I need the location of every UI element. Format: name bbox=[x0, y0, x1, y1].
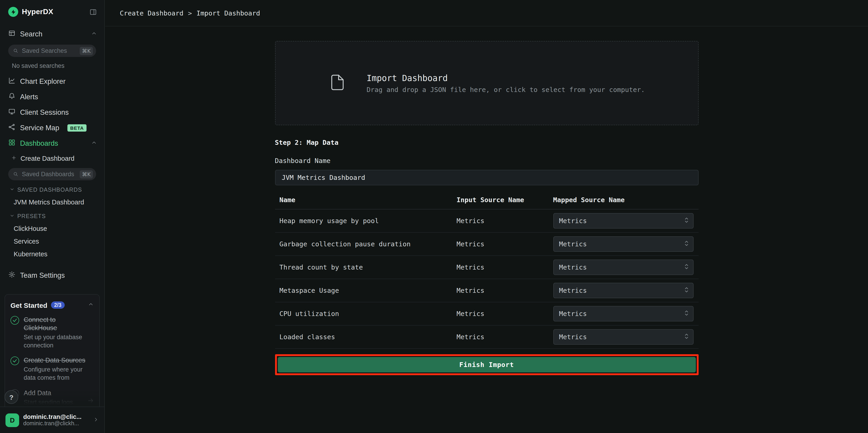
create-dashboard-button[interactable]: Create Dashboard bbox=[0, 151, 104, 165]
dashboard-name-label: Dashboard Name bbox=[275, 157, 699, 164]
dropzone-text: Import Dashboard Drag and drop a JSON fi… bbox=[367, 73, 645, 93]
select-value: Metrics bbox=[559, 287, 587, 294]
sidebar-item-team-settings[interactable]: Team Settings bbox=[0, 268, 104, 283]
mapped-source-select[interactable]: Metrics bbox=[553, 259, 693, 275]
get-started-item-connect[interactable]: Connect to ClickHouse Set up your databa… bbox=[10, 315, 94, 349]
row-name: Loaded classes bbox=[275, 333, 457, 341]
select-value: Metrics bbox=[559, 264, 587, 271]
get-started-header[interactable]: Get Started 2/3 bbox=[10, 301, 94, 309]
chevron-updown-icon bbox=[684, 333, 689, 341]
avatar: D bbox=[5, 413, 19, 427]
saved-searches-input[interactable]: Saved Searches ⌘K bbox=[8, 44, 96, 57]
app-logo[interactable]: HyperDX bbox=[8, 7, 53, 17]
get-started-item-add-data[interactable]: Add Data Start sending logs, metrics, or… bbox=[10, 389, 94, 407]
chevron-right-icon bbox=[93, 416, 99, 424]
shortcut-badge: ⌘K bbox=[80, 47, 93, 55]
get-started-item-sources[interactable]: Create Data Sources Configure where your… bbox=[10, 356, 94, 382]
sidebar-item-label: Chart Explorer bbox=[20, 78, 66, 86]
row-input-source: Metrics bbox=[457, 333, 553, 341]
plus-icon bbox=[11, 155, 17, 162]
annotation-highlight: Finish Import bbox=[275, 354, 699, 375]
sidebar-header: HyperDX bbox=[0, 0, 104, 24]
saved-dashboards-caption[interactable]: SAVED DASHBOARDS bbox=[0, 184, 104, 196]
create-dashboard-label: Create Dashboard bbox=[21, 155, 74, 162]
mapped-source-select[interactable]: Metrics bbox=[553, 306, 693, 321]
get-started-item-text: Connect to ClickHouse Set up your databa… bbox=[24, 315, 88, 349]
sidebar-item-client-sessions[interactable]: Client Sessions bbox=[0, 105, 104, 120]
sidebar-item-label: Alerts bbox=[20, 93, 38, 101]
mapped-source-select[interactable]: Metrics bbox=[553, 329, 693, 345]
column-header-mapped-source: Mapped Source Name bbox=[553, 196, 699, 204]
get-started-items: Connect to ClickHouse Set up your databa… bbox=[10, 315, 94, 407]
table-header: Name Input Source Name Mapped Source Nam… bbox=[275, 196, 699, 210]
sidebar-section-search[interactable]: Search bbox=[0, 26, 104, 42]
saved-searches-placeholder: Saved Searches bbox=[22, 48, 67, 54]
preset-item-services[interactable]: Services bbox=[0, 235, 104, 248]
breadcrumb-create-dashboard[interactable]: Create Dashboard bbox=[120, 9, 183, 17]
sidebar-item-label: Team Settings bbox=[20, 271, 65, 280]
search-section-label: Search bbox=[20, 30, 42, 38]
saved-dashboard-item[interactable]: JVM Metrics Dashboard bbox=[0, 196, 104, 209]
mapped-source-select[interactable]: Metrics bbox=[553, 236, 693, 252]
chevron-updown-icon bbox=[684, 217, 689, 225]
get-started-item-subtitle: Configure where your data comes from bbox=[24, 366, 88, 382]
preset-item-kubernetes[interactable]: Kubernetes bbox=[0, 248, 104, 260]
import-dropzone[interactable]: Import Dashboard Drag and drop a JSON fi… bbox=[275, 41, 699, 125]
saved-dashboards-input[interactable]: Saved Dashboards ⌘K bbox=[8, 168, 96, 180]
check-circle-icon bbox=[10, 316, 19, 324]
beta-badge: BETA bbox=[67, 124, 87, 131]
table-row: Metaspace Usage Metrics Metrics bbox=[275, 279, 699, 302]
user-name: dominic.tran@clic... bbox=[23, 413, 82, 420]
row-input-source: Metrics bbox=[457, 264, 553, 271]
user-menu[interactable]: D dominic.tran@clic... dominic.tran@clic… bbox=[0, 407, 104, 433]
sidebar-item-chart-explorer[interactable]: Chart Explorer bbox=[0, 74, 104, 89]
chevron-up-icon[interactable] bbox=[88, 301, 94, 309]
sidebar-item-alerts[interactable]: Alerts bbox=[0, 89, 104, 105]
column-header-input-source: Input Source Name bbox=[457, 196, 553, 204]
select-value: Metrics bbox=[559, 333, 587, 341]
mapped-source-select[interactable]: Metrics bbox=[553, 213, 693, 228]
presets-caption[interactable]: PRESETS bbox=[0, 210, 104, 222]
preset-item-clickhouse[interactable]: ClickHouse bbox=[0, 222, 104, 235]
chevron-updown-icon bbox=[684, 263, 689, 271]
hyperdx-logo-icon bbox=[8, 7, 18, 17]
chevron-updown-icon bbox=[684, 286, 689, 295]
sidebar-item-dashboards[interactable]: Dashboards bbox=[0, 136, 104, 151]
row-input-source: Metrics bbox=[457, 287, 553, 294]
select-value: Metrics bbox=[559, 217, 587, 224]
chevron-up-icon bbox=[91, 139, 97, 148]
search-section-icon bbox=[8, 30, 16, 39]
screenshot-stage: HyperDX Search Saved Searches ⌘K No save… bbox=[0, 0, 868, 433]
saved-dashboards-placeholder: Saved Dashboards bbox=[22, 171, 74, 178]
finish-import-button[interactable]: Finish Import bbox=[278, 357, 695, 372]
select-value: Metrics bbox=[559, 240, 587, 248]
bell-icon bbox=[8, 92, 16, 101]
search-icon bbox=[13, 171, 19, 177]
monitor-icon bbox=[8, 108, 16, 117]
row-name: Metaspace Usage bbox=[275, 287, 457, 294]
help-button[interactable]: ? bbox=[5, 390, 18, 404]
select-value: Metrics bbox=[559, 310, 587, 317]
row-input-source: Metrics bbox=[457, 240, 553, 248]
mapped-source-select[interactable]: Metrics bbox=[553, 283, 693, 298]
check-circle-icon bbox=[10, 357, 19, 365]
sidebar: HyperDX Search Saved Searches ⌘K No save… bbox=[0, 0, 105, 433]
user-meta: dominic.tran@clic... dominic.tran@clickh… bbox=[23, 413, 82, 427]
sidebar-item-service-map[interactable]: Service Map BETA bbox=[0, 120, 104, 136]
import-column: Import Dashboard Drag and drop a JSON fi… bbox=[275, 26, 699, 433]
get-started-card: Get Started 2/3 Connect to ClickHouse Se… bbox=[5, 294, 100, 407]
sidebar-collapse-icon[interactable] bbox=[89, 8, 97, 16]
chevron-down-icon bbox=[9, 187, 14, 193]
search-icon bbox=[13, 48, 19, 54]
arrow-right-icon bbox=[87, 397, 94, 405]
topbar: Create Dashboard > Import Dashboard bbox=[105, 0, 868, 26]
dashboard-name-input[interactable] bbox=[275, 170, 699, 185]
get-started-item-title: Add Data bbox=[24, 389, 83, 397]
mapping-table: Name Input Source Name Mapped Source Nam… bbox=[275, 196, 699, 349]
get-started-title: Get Started bbox=[10, 301, 48, 309]
chevron-down-icon bbox=[9, 213, 14, 219]
dashboards-grid-icon bbox=[8, 139, 16, 148]
get-started-item-title: Create Data Sources bbox=[24, 356, 88, 365]
breadcrumb-separator: > bbox=[188, 9, 192, 17]
row-name: Heap memory usage by pool bbox=[275, 217, 457, 224]
